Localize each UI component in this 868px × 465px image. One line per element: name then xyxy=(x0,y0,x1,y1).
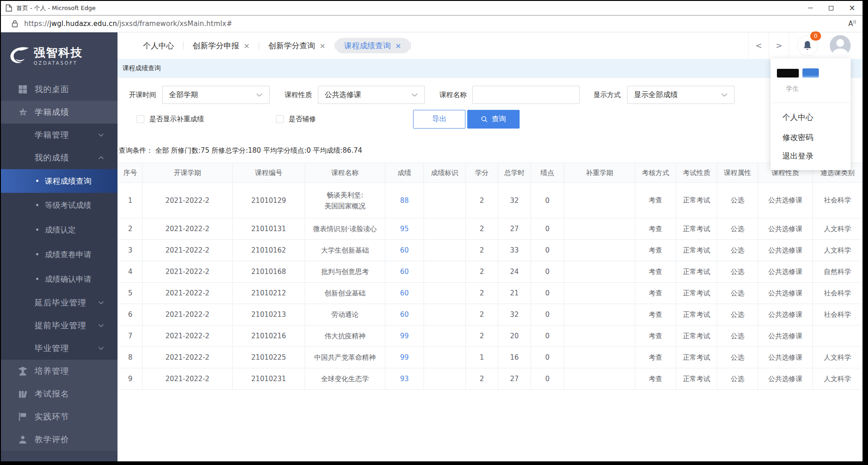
sidebar-item-label: 实践环节 xyxy=(35,411,69,422)
sidebar-item[interactable]: 延后毕业管理 xyxy=(1,291,117,314)
sidebar-subitem[interactable]: •成绩确认申请 xyxy=(1,267,117,291)
sidebar-item[interactable]: 实践环节 xyxy=(1,405,117,428)
cell: 公选 xyxy=(717,183,758,218)
sidebar-item[interactable]: 提前毕业管理 xyxy=(1,314,117,337)
cell xyxy=(564,304,635,326)
cell: 6 xyxy=(118,304,143,326)
score-link[interactable]: 88 xyxy=(400,196,408,205)
query-button[interactable]: 查询 xyxy=(467,110,520,129)
cell: 人文科学 xyxy=(813,218,863,240)
cell: 公共选修课 xyxy=(758,283,813,304)
close-button[interactable]: × xyxy=(842,1,863,15)
sidebar-item[interactable]: 毕业管理 xyxy=(1,337,117,360)
export-button-label: 导出 xyxy=(432,114,447,124)
cell: 公选 xyxy=(717,240,758,261)
minor-checkbox[interactable] xyxy=(276,115,284,123)
score-link[interactable]: 99 xyxy=(400,353,408,362)
notification-bell-button[interactable]: 0 xyxy=(797,35,818,56)
url-text[interactable]: https://jwgl.hudazx.edu.cn/jsxsd/framewo… xyxy=(24,20,232,28)
user-menu-item[interactable]: 修改密码 xyxy=(782,132,813,143)
user-menu-item[interactable]: 个人中心 xyxy=(782,112,813,123)
cell: 公共选修课 xyxy=(758,261,813,283)
course-name-input[interactable] xyxy=(472,86,580,104)
table-row: 82021-2022-221010225中国共产党革命精神991160考查正常考… xyxy=(118,347,863,368)
sidebar-item-label: 考试报名 xyxy=(35,388,69,399)
column-header: 考核方式 xyxy=(635,163,676,183)
score-link[interactable]: 60 xyxy=(400,289,408,297)
window-titlebar: 首页 - 个人 - Microsoft Edge × xyxy=(1,1,863,16)
avatar-person-icon xyxy=(830,35,851,56)
bullet-icon: • xyxy=(35,226,39,234)
lock-icon[interactable] xyxy=(12,20,18,27)
score-link[interactable]: 60 xyxy=(400,268,408,276)
address-bar[interactable]: https://jwgl.hudazx.edu.cn/jsxsd/framewo… xyxy=(1,16,863,32)
tab[interactable]: 创新学分查询× xyxy=(259,38,334,53)
score-link[interactable]: 99 xyxy=(400,332,408,340)
score-link[interactable]: 95 xyxy=(400,225,408,233)
cell: 21010168 xyxy=(233,261,305,283)
tab[interactable]: 课程成绩查询× xyxy=(335,38,410,53)
sidebar-item[interactable]: 考试报名 xyxy=(1,382,117,405)
logo-subtitle: QZDATASOFT xyxy=(34,61,83,66)
minimize-button[interactable] xyxy=(800,1,821,15)
sidebar-subitem[interactable]: •成绩认定 xyxy=(1,217,117,242)
user-menu-item[interactable]: 退出登录 xyxy=(782,151,813,161)
browser-window: 首页 - 个人 - Microsoft Edge × https://jwgl.… xyxy=(1,1,863,461)
tab-close-icon[interactable]: × xyxy=(319,41,325,50)
column-header: 成绩 xyxy=(385,163,424,183)
tab[interactable]: 个人中心 xyxy=(134,38,183,53)
sidebar-subitem[interactable]: •等级考试成绩 xyxy=(1,193,117,217)
user-name-redacted xyxy=(777,68,819,78)
nature-select[interactable]: 公共选修课 xyxy=(318,86,425,104)
cell xyxy=(424,218,466,240)
cell xyxy=(424,240,466,261)
tab-close-icon[interactable]: × xyxy=(244,41,250,50)
cell: 0 xyxy=(531,240,564,261)
user-avatar-button[interactable] xyxy=(830,35,851,56)
column-header: 补重学期 xyxy=(564,163,635,183)
column-header: 考试性质 xyxy=(676,163,717,183)
sidebar-subitem[interactable]: •课程成绩查询 xyxy=(1,169,117,193)
term-select[interactable]: 全部学期 xyxy=(162,86,270,104)
makeup-checkbox[interactable] xyxy=(137,115,144,123)
cell xyxy=(424,283,466,304)
maximize-button[interactable] xyxy=(821,1,842,15)
cell: 考查 xyxy=(635,304,676,326)
tab-scroll-right-button[interactable]: > xyxy=(769,33,789,58)
sidebar-subitem[interactable]: •成绩查卷申请 xyxy=(1,242,117,267)
tab-scroll-left-button[interactable]: < xyxy=(748,33,769,58)
cell xyxy=(564,326,635,347)
cell xyxy=(564,218,635,240)
makeup-checkbox-row: 是否显示补重成绩 xyxy=(137,110,204,129)
minimize-icon xyxy=(808,8,813,8)
sidebar-item[interactable]: 学籍成绩 xyxy=(1,101,117,124)
read-aloud-icon[interactable]: A)) xyxy=(848,20,856,28)
score-link[interactable]: 93 xyxy=(400,375,408,383)
cell: 88 xyxy=(385,183,424,218)
cell: 27 xyxy=(498,368,531,390)
cell: 人文科学 xyxy=(813,368,863,390)
cell: 正常考试 xyxy=(676,326,717,347)
tab[interactable]: 创新学分申报× xyxy=(184,38,259,53)
sidebar-item[interactable]: 我的成绩 xyxy=(1,146,117,169)
cell: 社会科学 xyxy=(813,304,863,326)
cell: 95 xyxy=(385,218,424,240)
term-select-value: 全部学期 xyxy=(169,90,198,100)
cell: 2021-2022-2 xyxy=(143,347,233,368)
chevron-down-icon xyxy=(98,301,104,305)
cell: 批判与创意思考 xyxy=(305,261,385,283)
score-link[interactable]: 60 xyxy=(400,246,408,254)
export-button[interactable]: 导出 xyxy=(413,110,465,129)
sidebar-item[interactable]: 培养管理 xyxy=(1,360,117,382)
score-link[interactable]: 60 xyxy=(400,310,408,319)
display-mode-select[interactable]: 显示全部成绩 xyxy=(627,86,735,104)
sidebar-item[interactable]: 学籍管理 xyxy=(1,124,117,146)
sidebar-item[interactable]: 我的桌面 xyxy=(1,78,117,101)
cell: 2021-2022-2 xyxy=(143,261,233,283)
cell: 考查 xyxy=(635,368,676,390)
tab-close-icon[interactable]: × xyxy=(395,41,401,50)
user-dropdown-menu: 学生 个人中心修改密码退出登录 xyxy=(771,58,851,170)
tab-bar: 个人中心创新学分申报×创新学分查询×课程成绩查询× < > 0 xyxy=(117,32,863,59)
sidebar: 强智科技 QZDATASOFT 我的桌面学籍成绩学籍管理我的成绩•课程成绩查询•… xyxy=(1,32,117,461)
sidebar-item[interactable]: 教学评价 xyxy=(1,428,117,451)
